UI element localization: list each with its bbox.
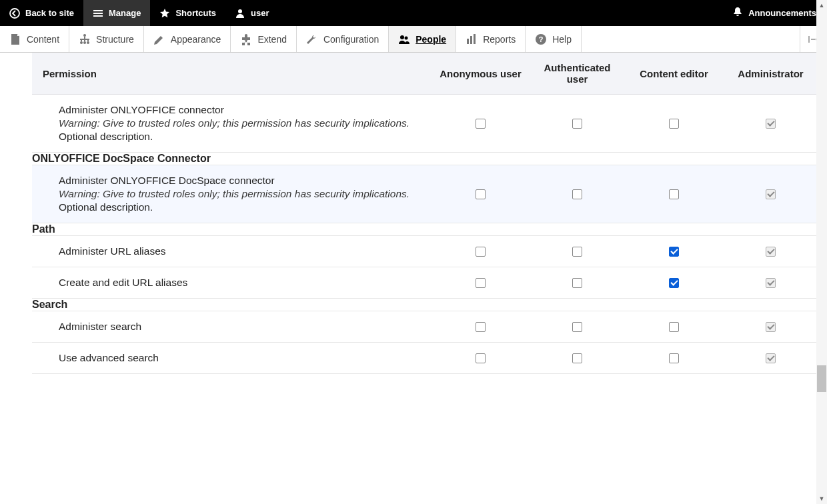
user-label: user bbox=[251, 8, 269, 18]
permission-checkbox[interactable] bbox=[669, 189, 679, 199]
announcements-link[interactable]: Announcements bbox=[722, 0, 827, 26]
svg-point-8 bbox=[80, 41, 83, 44]
checkbox-cell bbox=[432, 165, 529, 223]
menu-people-label: People bbox=[416, 34, 446, 45]
permission-description: Optional description. bbox=[59, 201, 422, 213]
permission-checkbox[interactable] bbox=[476, 322, 486, 332]
permission-group-row: Search bbox=[32, 299, 819, 311]
back-to-site-link[interactable]: Back to site bbox=[0, 0, 83, 26]
menu-appearance-label: Appearance bbox=[171, 34, 221, 45]
checkbox-cell bbox=[432, 267, 529, 299]
group-title: Path bbox=[32, 223, 819, 236]
checkbox-cell bbox=[722, 95, 819, 153]
checkbox-cell bbox=[722, 267, 819, 299]
permission-checkbox[interactable] bbox=[572, 247, 582, 257]
reports-icon bbox=[466, 33, 478, 45]
checkbox-cell bbox=[722, 343, 819, 374]
menu-help-label: Help bbox=[552, 34, 572, 45]
checkbox-cell bbox=[626, 343, 722, 374]
permission-checkbox[interactable] bbox=[669, 119, 679, 129]
menu-configuration[interactable]: Configuration bbox=[297, 26, 389, 52]
checkbox-cell bbox=[626, 236, 722, 267]
svg-rect-3 bbox=[93, 15, 103, 17]
permission-checkbox[interactable] bbox=[669, 278, 679, 288]
menu-reports[interactable]: Reports bbox=[456, 26, 526, 52]
permission-checkbox[interactable] bbox=[476, 247, 486, 257]
scroll-down-arrow-icon[interactable]: ▼ bbox=[816, 493, 827, 504]
svg-point-9 bbox=[83, 41, 86, 44]
checkbox-cell bbox=[626, 267, 722, 299]
scrollbar-thumb[interactable] bbox=[817, 365, 826, 392]
checkbox-cell bbox=[722, 311, 819, 343]
scrollbar[interactable]: ▲ ▼ bbox=[816, 0, 827, 504]
menu-extend[interactable]: Extend bbox=[231, 26, 297, 52]
menu-content[interactable]: Content bbox=[0, 26, 69, 52]
menu-extend-label: Extend bbox=[257, 34, 287, 45]
shortcuts-link[interactable]: Shortcuts bbox=[150, 0, 225, 26]
permission-checkbox[interactable] bbox=[572, 189, 582, 199]
permission-checkbox[interactable] bbox=[476, 353, 486, 363]
permission-checkbox[interactable] bbox=[476, 278, 486, 288]
permission-checkbox[interactable] bbox=[572, 353, 582, 363]
checkbox-cell bbox=[722, 165, 819, 223]
menu-reports-label: Reports bbox=[483, 34, 516, 45]
svg-text:?: ? bbox=[539, 35, 544, 43]
permission-checkbox bbox=[766, 278, 776, 288]
svg-rect-18 bbox=[474, 34, 476, 44]
permission-checkbox[interactable] bbox=[572, 322, 582, 332]
hamburger-icon bbox=[93, 8, 103, 19]
permission-checkbox[interactable] bbox=[572, 119, 582, 129]
checkbox-cell bbox=[432, 95, 529, 153]
top-toolbar: Back to site Manage Shortcuts user Annou… bbox=[0, 0, 827, 26]
group-title: Search bbox=[32, 299, 819, 311]
permission-row: Administer URL aliases bbox=[32, 236, 819, 267]
svg-rect-6 bbox=[84, 37, 85, 39]
permission-checkbox bbox=[766, 119, 776, 129]
extend-icon bbox=[240, 33, 252, 45]
permission-checkbox[interactable] bbox=[669, 322, 679, 332]
permission-checkbox bbox=[766, 247, 776, 257]
svg-point-15 bbox=[405, 36, 408, 39]
permission-group-row: ONLYOFFICE DocSpace Connector bbox=[32, 153, 819, 165]
group-title: ONLYOFFICE DocSpace Connector bbox=[32, 153, 819, 165]
th-anonymous: Anonymous user bbox=[432, 53, 529, 95]
checkbox-cell bbox=[432, 343, 529, 374]
menu-appearance[interactable]: Appearance bbox=[144, 26, 231, 52]
scroll-up-arrow-icon[interactable]: ▲ bbox=[816, 0, 827, 11]
appearance-icon bbox=[153, 33, 165, 45]
svg-rect-22 bbox=[811, 39, 815, 40]
permission-checkbox[interactable] bbox=[669, 247, 679, 257]
svg-point-5 bbox=[83, 34, 86, 37]
svg-rect-12 bbox=[84, 39, 85, 41]
manage-link[interactable]: Manage bbox=[83, 0, 150, 26]
permission-checkbox[interactable] bbox=[476, 189, 486, 199]
permission-group-row: Path bbox=[32, 223, 819, 236]
people-icon bbox=[398, 33, 410, 45]
user-link[interactable]: user bbox=[225, 0, 278, 26]
permission-checkbox[interactable] bbox=[476, 119, 486, 129]
menu-content-label: Content bbox=[27, 34, 59, 45]
permission-checkbox bbox=[766, 353, 776, 363]
permission-warning: Warning: Give to trusted roles only; thi… bbox=[59, 117, 422, 129]
menu-structure[interactable]: Structure bbox=[69, 26, 144, 52]
checkbox-cell bbox=[432, 236, 529, 267]
svg-rect-11 bbox=[81, 39, 82, 41]
permissions-table: Permission Anonymous user Authenticated … bbox=[32, 53, 819, 374]
permission-row: Use advanced search bbox=[32, 343, 819, 374]
checkbox-cell bbox=[529, 95, 626, 153]
menu-help[interactable]: ? Help bbox=[526, 26, 582, 52]
content-icon bbox=[9, 33, 21, 45]
help-icon: ? bbox=[535, 33, 547, 45]
admin-menu: Content Structure Appearance Extend Conf… bbox=[0, 26, 827, 53]
th-editor: Content editor bbox=[626, 53, 722, 95]
checkbox-cell bbox=[529, 343, 626, 374]
permission-checkbox[interactable] bbox=[669, 353, 679, 363]
svg-rect-21 bbox=[808, 36, 810, 43]
th-admin: Administrator bbox=[722, 53, 819, 95]
permission-checkbox[interactable] bbox=[572, 278, 582, 288]
checkbox-cell bbox=[626, 165, 722, 223]
permission-checkbox bbox=[766, 189, 776, 199]
menu-people[interactable]: People bbox=[389, 26, 456, 52]
checkbox-cell bbox=[529, 311, 626, 343]
permission-row: Administer ONLYOFFICE DocSpace connector… bbox=[32, 165, 819, 223]
